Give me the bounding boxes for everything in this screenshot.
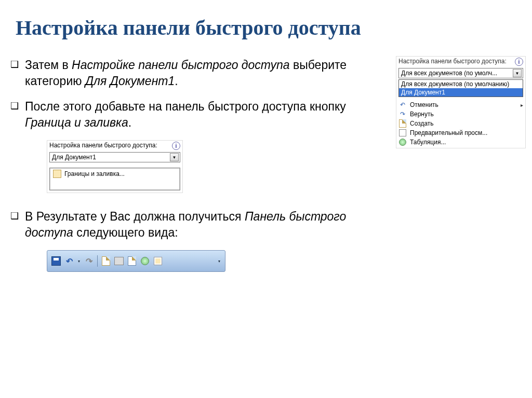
quick-access-toolbar: ↶ ▾ ↷ ▾ [47,250,225,272]
panel-customize-mid: Настройка панели быстрого доступа: i Для… [47,140,183,193]
print-button[interactable] [113,255,125,267]
bullet-3: В Результате у Вас должна получиться Пан… [25,209,379,241]
list-item[interactable]: Границы и заливка... [50,168,180,180]
save-icon [51,256,61,266]
info-icon[interactable]: i [515,58,523,66]
separator [97,255,98,267]
combo-option[interactable]: Для всех документов (по умолчанию) [399,80,523,88]
text: Затем в [25,58,72,72]
panel-right-header: Настройка панели быстрого доступа: [398,58,507,66]
print-icon [114,257,124,265]
green-circle-icon [141,257,149,265]
bullet-2: После этого добавьте на панель быстрого … [25,99,379,131]
panel-customize-right: Настройка панели быстрого доступа: i Для… [396,56,526,148]
undo-button[interactable]: ↶ [63,255,75,267]
panel-mid-listbox[interactable]: Границы и заливка... [49,168,180,190]
text: следующего вида: [73,226,178,239]
panel-mid-combo[interactable]: Для Документ1 ▼ [49,152,180,162]
redo-button[interactable]: ↷ [83,255,95,267]
undo-dropdown[interactable]: ▾ [76,259,82,264]
save-button[interactable] [50,255,62,267]
document-icon [102,256,110,266]
cmd-redo[interactable]: ↷ Вернуть [396,109,525,119]
bullet-1: Затем в Настройке панели быстрого доступ… [25,57,379,89]
text-italic: Настройке панели быстрого доступа [72,58,290,72]
text: . [128,116,131,129]
text: . [175,74,178,88]
cmd-undo[interactable]: ↶ Отменить ▸ [396,100,525,109]
panel-right-combo[interactable]: Для всех документов (по умолч... ▼ [398,68,523,78]
panel-mid-header: Настройка панели быстрого доступа: [49,142,157,149]
info-icon[interactable]: i [172,142,180,150]
text-italic: Граница и заливка [25,116,128,129]
list-item-label: Границы и заливка... [64,170,125,177]
preview-icon [398,129,407,137]
submenu-arrow-icon: ▸ [521,102,523,108]
preview-button[interactable] [126,255,138,267]
command-list: ↶ Отменить ▸ ↷ Вернуть Создать Предварит… [396,99,525,148]
combo-value: Для Документ1 [52,154,96,161]
redo-icon: ↷ [398,110,407,118]
cmd-tab[interactable]: Табуляция... [396,138,525,147]
cmd-new[interactable]: Создать [396,119,525,128]
chevron-down-icon[interactable]: ▼ [513,69,522,77]
undo-icon: ↶ [66,256,73,266]
cmd-label: Отменить [410,101,438,108]
text: В Результате у Вас должна получиться [25,210,245,223]
slide-title: Настройка панели быстрого доступа [16,16,516,40]
cmd-label: Табуляция... [410,139,446,146]
text-italic: Для Документ1 [85,74,175,88]
border-button[interactable] [152,255,164,267]
tab-icon [398,138,407,146]
cmd-label: Предварительный просм... [410,129,487,136]
combo-dropdown-list: Для всех документов (по умолчанию) Для Д… [398,79,523,97]
document-icon [398,119,407,128]
chevron-down-icon[interactable]: ▼ [170,153,179,161]
combo-value: Для всех документов (по умолч... [401,70,497,77]
tab-button[interactable] [139,255,151,267]
cmd-preview[interactable]: Предварительный просм... [396,128,525,138]
cmd-label: Создать [410,120,434,127]
text: После этого добавьте на панель быстрого … [25,100,346,113]
preview-icon [128,256,136,266]
cmd-label: Вернуть [410,111,434,118]
border-fill-icon [53,170,61,178]
border-icon [154,257,162,265]
combo-option-selected[interactable]: Для Документ1 [399,88,523,97]
undo-icon: ↶ [398,101,407,109]
redo-icon: ↷ [86,256,92,266]
new-doc-button[interactable] [100,255,112,267]
qat-customize-dropdown[interactable]: ▾ [217,259,222,264]
